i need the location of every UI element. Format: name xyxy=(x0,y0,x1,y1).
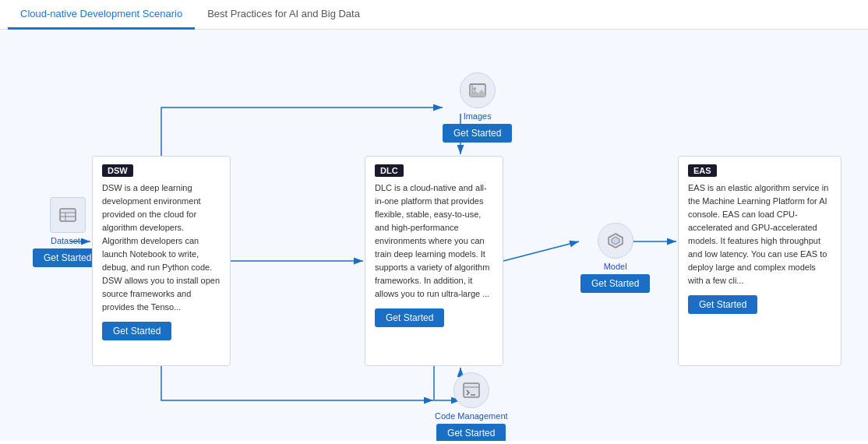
eas-badge: EAS xyxy=(688,164,717,177)
svg-point-14 xyxy=(473,87,476,90)
tab-bar: Cloud-native Development Scenario Best P… xyxy=(0,0,868,30)
eas-get-started-btn[interactable]: Get Started xyxy=(688,295,757,314)
main-content: Datasets Get Started Images Get Started xyxy=(0,30,868,441)
node-model: Model Get Started xyxy=(580,223,650,293)
tab-cloud-native[interactable]: Cloud-native Development Scenario xyxy=(8,0,195,30)
code-management-icon xyxy=(453,372,489,408)
svg-rect-7 xyxy=(60,209,76,221)
card-eas: EAS EAS is an elastic algorithm service … xyxy=(678,156,842,366)
svg-line-5 xyxy=(503,241,579,261)
node-images: Images Get Started xyxy=(443,72,512,143)
images-get-started-btn[interactable]: Get Started xyxy=(443,124,512,143)
model-get-started-btn[interactable]: Get Started xyxy=(580,274,650,293)
images-icon xyxy=(460,72,496,108)
datasets-icon xyxy=(50,197,86,233)
code-management-get-started-btn[interactable]: Get Started xyxy=(436,424,506,441)
dlc-get-started-btn[interactable]: Get Started xyxy=(375,308,444,327)
model-icon xyxy=(598,223,633,259)
card-dsw: DSW DSW is a deep learning development e… xyxy=(92,156,231,366)
eas-text: EAS is an elastic algorithm service in t… xyxy=(688,181,831,287)
dsw-badge: DSW xyxy=(102,164,133,177)
tab-best-practices[interactable]: Best Practices for AI and Big Data xyxy=(195,0,372,30)
dsw-get-started-btn[interactable]: Get Started xyxy=(102,322,171,340)
card-dlc: DLC DLC is a cloud-native and all-in-one… xyxy=(365,156,503,366)
node-code-management: Code Management Get Started xyxy=(435,372,508,441)
dlc-text: DLC is a cloud-native and all-in-one pla… xyxy=(375,181,493,301)
dsw-text: DSW is a deep learning development envir… xyxy=(102,181,221,314)
dlc-badge: DLC xyxy=(375,164,404,177)
